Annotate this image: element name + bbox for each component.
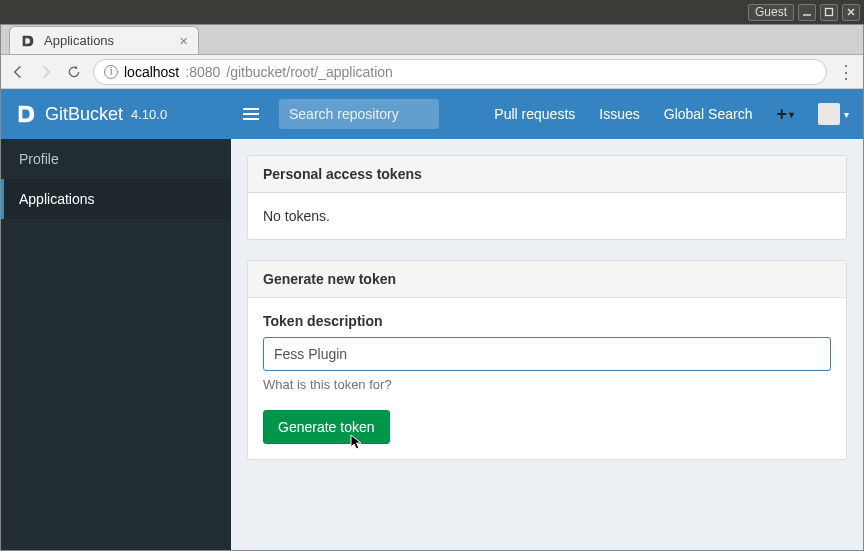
url-port: :8080 — [185, 64, 220, 80]
avatar — [818, 103, 840, 125]
guest-badge[interactable]: Guest — [748, 4, 794, 21]
url-box[interactable]: i localhost:8080/gitbucket/root/_applica… — [93, 59, 827, 85]
search-input[interactable] — [279, 99, 439, 129]
no-tokens-text: No tokens. — [248, 193, 846, 239]
nav-back-icon[interactable] — [9, 63, 27, 81]
main-content: Personal access tokens No tokens. Genera… — [231, 139, 863, 550]
app-topbar: GitBucket 4.10.0 Pull requests Issues Gl… — [1, 89, 863, 139]
panel-generate-new-token: Generate new token Token description Wha… — [247, 260, 847, 460]
chevron-down-icon: ▾ — [789, 109, 794, 120]
os-close-button[interactable] — [842, 4, 860, 21]
browser-window: Applications × i localhost:8080/gitbucke… — [0, 24, 864, 551]
token-description-input[interactable] — [263, 337, 831, 371]
os-maximize-button[interactable] — [820, 4, 838, 21]
sidebar-item-label: Applications — [19, 191, 95, 207]
brand-version: 4.10.0 — [131, 107, 167, 122]
gitbucket-logo-icon — [15, 103, 37, 125]
address-bar: i localhost:8080/gitbucket/root/_applica… — [1, 55, 863, 89]
url-host: localhost — [124, 64, 179, 80]
chevron-down-icon: ▾ — [844, 109, 849, 120]
brand-area[interactable]: GitBucket 4.10.0 — [1, 103, 231, 125]
svg-rect-1 — [826, 9, 833, 16]
generate-token-button[interactable]: Generate token — [263, 410, 390, 444]
content-area: Profile Applications Personal access tok… — [1, 139, 863, 550]
nav-global-search[interactable]: Global Search — [664, 106, 753, 122]
nav-reload-icon[interactable] — [65, 63, 83, 81]
create-new-dropdown[interactable]: +▾ — [776, 104, 794, 125]
tab-strip: Applications × — [1, 25, 863, 55]
user-menu-dropdown[interactable]: ▾ — [818, 103, 849, 125]
url-path: /gitbucket/root/_application — [226, 64, 393, 80]
tab-close-icon[interactable]: × — [179, 32, 188, 49]
os-titlebar: Guest — [0, 0, 864, 24]
browser-tab[interactable]: Applications × — [9, 26, 199, 54]
tab-title: Applications — [44, 33, 114, 48]
panel-heading: Generate new token — [248, 261, 846, 298]
nav-issues[interactable]: Issues — [599, 106, 639, 122]
sidebar-item-applications[interactable]: Applications — [1, 179, 231, 219]
sidebar-item-profile[interactable]: Profile — [1, 139, 231, 179]
panel-heading: Personal access tokens — [248, 156, 846, 193]
sidebar: Profile Applications — [1, 139, 231, 550]
top-links: Pull requests Issues Global Search +▾ ▾ — [494, 103, 863, 125]
os-minimize-button[interactable] — [798, 4, 816, 21]
sidebar-item-label: Profile — [19, 151, 59, 167]
brand-name: GitBucket — [45, 104, 123, 125]
gitbucket-favicon-icon — [20, 33, 36, 49]
sidebar-toggle-button[interactable] — [231, 89, 271, 139]
panel-body: Token description What is this token for… — [248, 298, 846, 459]
token-description-help: What is this token for? — [263, 377, 831, 392]
nav-pull-requests[interactable]: Pull requests — [494, 106, 575, 122]
page: GitBucket 4.10.0 Pull requests Issues Gl… — [1, 89, 863, 550]
site-info-icon[interactable]: i — [104, 65, 118, 79]
browser-menu-icon[interactable]: ⋮ — [837, 63, 855, 81]
panel-personal-access-tokens: Personal access tokens No tokens. — [247, 155, 847, 240]
token-description-label: Token description — [263, 313, 831, 329]
nav-forward-icon — [37, 63, 55, 81]
plus-icon: + — [776, 104, 787, 125]
